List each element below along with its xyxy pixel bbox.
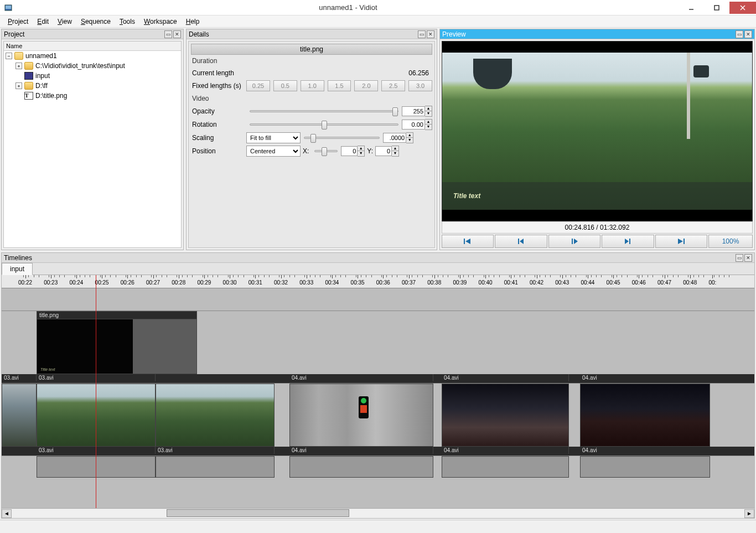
menu-tools[interactable]: Tools — [115, 18, 139, 25]
ruler-tick: 00:24 — [69, 280, 83, 286]
close-button[interactable] — [729, 2, 756, 14]
position-combo[interactable]: Centered — [246, 146, 301, 157]
ruler-tick: 00:30 — [223, 280, 237, 286]
step-back-button[interactable] — [495, 235, 547, 248]
scroll-right-button[interactable]: ► — [744, 509, 754, 518]
opacity-spinbox[interactable]: ▲▼ — [402, 106, 432, 117]
window-title: unnamed1 - Vidiot — [18, 3, 679, 12]
timeline-area[interactable]: 00:2200:2300:2400:2500:2600:2700:2800:29… — [2, 275, 754, 508]
scaling-slider[interactable] — [304, 137, 380, 139]
clip-label: title.png — [37, 312, 196, 319]
goto-start-button[interactable] — [442, 235, 494, 248]
project-tree[interactable]: Name − unnamed1 + C:\Vidiot\vidiot_trunk… — [3, 41, 182, 248]
audio-clip[interactable] — [580, 456, 710, 478]
menu-edit[interactable]: Edit — [33, 18, 53, 25]
audio-clip[interactable] — [289, 456, 433, 478]
menu-help[interactable]: Help — [182, 18, 204, 25]
fixed-length-button[interactable]: 0.25 — [246, 80, 270, 91]
x-spinbox[interactable]: ▲▼ — [341, 146, 365, 157]
timeline-scrollbar[interactable]: ◄ ► — [2, 508, 754, 518]
scaling-combo[interactable]: Fit to fill — [246, 132, 301, 143]
project-dock-button[interactable]: ▭ — [164, 30, 172, 38]
preview-dock-button[interactable]: ▭ — [736, 30, 743, 38]
rotation-spinbox[interactable]: ▲▼ — [402, 119, 432, 130]
tree-root[interactable]: − unnamed1 — [4, 51, 181, 61]
timelines-close-button[interactable]: ✕ — [744, 254, 752, 262]
goto-end-button[interactable] — [655, 235, 707, 248]
text-icon: T — [24, 92, 33, 100]
ruler-tick: 00:44 — [581, 280, 594, 286]
expand-icon[interactable]: − — [6, 53, 12, 59]
step-forward-button[interactable] — [602, 235, 654, 248]
project-column-name: Name — [4, 42, 181, 51]
project-close-button[interactable]: ✕ — [173, 30, 181, 38]
video-clip[interactable] — [2, 384, 37, 447]
svg-rect-1 — [6, 6, 11, 9]
scroll-thumb[interactable] — [167, 509, 349, 517]
video-track[interactable] — [2, 383, 754, 447]
ruler-tick: 00:32 — [274, 280, 288, 286]
audio-label-track: 03.avi 03.avi 04.avi 04.avi 04.avi — [2, 447, 754, 456]
timelines-dock-button[interactable]: ▭ — [736, 254, 743, 262]
title-track[interactable]: title.png Title text — [2, 311, 754, 374]
video-clip[interactable] — [156, 384, 275, 447]
timeline-ruler[interactable]: 00:2200:2300:2400:2500:2600:2700:2800:29… — [2, 275, 754, 288]
details-dock-button[interactable]: ▭ — [418, 30, 426, 38]
details-close-button[interactable]: ✕ — [427, 30, 434, 38]
audio-clip[interactable] — [156, 456, 275, 478]
rotation-slider[interactable] — [250, 123, 398, 126]
tree-item[interactable]: input — [4, 71, 181, 81]
fixed-length-button[interactable]: 1.5 — [328, 80, 351, 91]
menu-bar: Project Edit View Sequence Tools Workspa… — [0, 15, 756, 28]
opacity-slider[interactable] — [250, 110, 398, 112]
zoom-level[interactable]: 100% — [708, 235, 753, 248]
menu-sequence[interactable]: Sequence — [76, 18, 115, 25]
svg-rect-3 — [714, 6, 719, 10]
fixed-length-button[interactable]: 0.5 — [273, 80, 297, 91]
fixed-length-button[interactable]: 1.0 — [301, 80, 324, 91]
scaling-spinbox[interactable]: ▲▼ — [383, 132, 413, 143]
expand-icon[interactable]: + — [15, 82, 22, 89]
time-display: 00:24.816 / 01:32.092 — [442, 221, 753, 234]
title-clip[interactable]: title.png Title text — [37, 311, 197, 374]
tree-item[interactable]: + D:\ff — [4, 81, 181, 91]
minimize-button[interactable] — [679, 2, 704, 14]
preview-close-button[interactable]: ✕ — [744, 30, 752, 38]
tree-item[interactable]: + C:\Vidiot\vidiot_trunk\test\input — [4, 61, 181, 71]
y-spinbox[interactable]: ▲▼ — [375, 146, 399, 157]
duration-section: Duration — [191, 55, 432, 67]
ruler-tick: 00:43 — [555, 280, 569, 286]
menu-workspace[interactable]: Workspace — [139, 18, 182, 25]
ruler-tick: 00:47 — [657, 280, 671, 286]
audio-clip[interactable] — [442, 456, 569, 478]
video-clip[interactable] — [580, 384, 710, 447]
tree-item[interactable]: T D:\title.png — [4, 91, 181, 101]
play-button[interactable] — [548, 235, 600, 248]
details-panel: Details ▭ ✕ title.png Duration Current l… — [186, 29, 437, 250]
playhead[interactable] — [96, 275, 96, 508]
tree-item-label: C:\Vidiot\vidiot_trunk\test\input — [35, 62, 125, 70]
fixed-length-button[interactable]: 2.0 — [354, 80, 378, 91]
preview-video[interactable]: Title text — [442, 41, 753, 221]
fixed-length-button[interactable]: 2.5 — [381, 80, 405, 91]
timelines-panel: Timelines ▭ ✕ input 00:2200:2300:2400:25… — [1, 252, 755, 519]
menu-view[interactable]: View — [53, 18, 76, 25]
audio-track[interactable] — [2, 456, 754, 478]
ruler-tick: 00:23 — [44, 280, 58, 286]
video-clip[interactable] — [442, 384, 569, 447]
maximize-button[interactable] — [704, 2, 729, 14]
fixed-length-button[interactable]: 3.0 — [408, 80, 432, 91]
video-clip[interactable] — [289, 384, 433, 447]
ruler-tick: 00:40 — [479, 280, 493, 286]
scroll-left-button[interactable]: ◄ — [2, 509, 12, 518]
menu-project[interactable]: Project — [3, 18, 33, 25]
preview-panel-title: Preview ▭ ✕ — [440, 29, 754, 39]
ruler-tick: 00:41 — [504, 280, 518, 286]
ruler-tick: 00:22 — [18, 280, 32, 286]
timeline-tab[interactable]: input — [2, 263, 33, 275]
expand-icon[interactable]: + — [15, 63, 22, 69]
video-section: Video — [191, 92, 432, 105]
x-slider[interactable] — [314, 150, 338, 152]
title-overlay: Title text — [442, 182, 752, 210]
ruler-tick: 00:37 — [402, 280, 416, 286]
